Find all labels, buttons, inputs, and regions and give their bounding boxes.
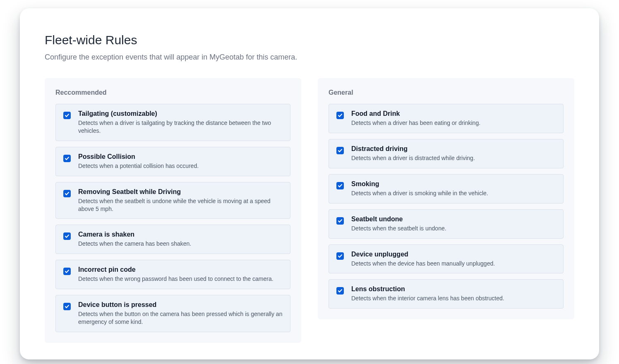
check-icon [338,113,343,118]
rule-checkbox[interactable] [336,147,344,154]
rule-title: Camera is shaken [78,231,283,238]
rule-description: Detects when the device has been manuall… [351,260,556,268]
check-icon [65,191,70,196]
rule-row[interactable]: SmokingDetects when a driver is smoking … [329,174,564,204]
rule-title: Smoking [351,180,556,188]
rule-checkbox[interactable] [336,287,344,295]
rule-title: Device button is pressed [78,301,283,309]
rule-row[interactable]: Tailgating (customizable)Detects when a … [55,104,290,141]
check-icon [65,113,70,118]
rule-checkbox[interactable] [63,112,71,119]
rule-description: Detects when the wrong password has been… [78,275,283,283]
rule-text: Device button is pressedDetects when the… [78,301,283,326]
rule-checkbox[interactable] [63,190,71,197]
rule-row[interactable]: Lens obstructionDetects when the interio… [329,279,564,309]
check-icon [65,304,70,309]
rule-text: Seatbelt undoneDetects when the seatbelt… [351,216,556,232]
rule-checkbox[interactable] [336,112,344,119]
rule-title: Food and Drink [351,110,556,117]
fleet-rules-panel: Fleet-wide Rules Configure the exception… [20,8,599,359]
check-icon [338,183,343,188]
rule-row[interactable]: Device unpluggedDetects when the device … [329,244,564,274]
rule-description: Detects when the button on the camera ha… [78,310,283,326]
rule-description: Detects when a potential collision has o… [78,162,283,170]
check-icon [338,288,343,293]
rule-title: Distracted driving [351,145,556,153]
rule-text: Lens obstructionDetects when the interio… [351,285,556,302]
section-title: Reccommended [55,89,290,96]
rule-title: Incorrect pin code [78,266,283,273]
page-title: Fleet-wide Rules [45,33,574,47]
page-subtitle: Configure the exception events that will… [45,53,574,62]
rule-checkbox[interactable] [63,232,71,240]
rule-title: Lens obstruction [351,285,556,293]
rule-description: Detects when the camera has been shaken. [78,240,283,248]
rule-text: Device unpluggedDetects when the device … [351,251,556,268]
check-icon [65,156,70,161]
check-icon [338,148,343,153]
rules-section: ReccommendedTailgating (customizable)Det… [45,78,301,343]
rule-row[interactable]: Incorrect pin codeDetects when the wrong… [55,260,290,289]
rule-text: Camera is shakenDetects when the camera … [78,231,283,248]
rule-checkbox[interactable] [63,303,71,310]
rule-description: Detects when a driver is tailgating by t… [78,119,283,135]
rule-text: Incorrect pin codeDetects when the wrong… [78,266,283,283]
rule-text: SmokingDetects when a driver is smoking … [351,180,556,197]
section-title: General [329,89,564,96]
rule-description: Detects when a driver has been eating or… [351,119,556,127]
rule-description: Detects when the seatbelt is undone. [351,225,556,232]
rule-text: Food and DrinkDetects when a driver has … [351,110,556,127]
rule-title: Device unplugged [351,251,556,258]
rule-description: Detects when the interior camera lens ha… [351,295,556,302]
rule-text: Tailgating (customizable)Detects when a … [78,110,283,135]
rule-row[interactable]: Food and DrinkDetects when a driver has … [329,104,564,133]
rule-text: Possible CollisionDetects when a potenti… [78,153,283,170]
rule-checkbox[interactable] [63,268,71,275]
rule-checkbox[interactable] [336,182,344,189]
rule-text: Distracted drivingDetects when a driver … [351,145,556,162]
rule-title: Seatbelt undone [351,216,556,223]
sections-row: ReccommendedTailgating (customizable)Det… [45,78,574,343]
rule-description: Detects when the seatbelt is undone whil… [78,197,283,213]
rule-row[interactable]: Seatbelt undoneDetects when the seatbelt… [329,209,564,239]
rule-row[interactable]: Device button is pressedDetects when the… [55,295,290,332]
check-icon [65,234,70,239]
rule-title: Removing Seatbelt while Driving [78,188,283,196]
rule-row[interactable]: Possible CollisionDetects when a potenti… [55,147,290,176]
rule-title: Possible Collision [78,153,283,160]
rule-checkbox[interactable] [336,252,344,260]
check-icon [338,218,343,223]
rule-title: Tailgating (customizable) [78,110,283,117]
rule-row[interactable]: Distracted drivingDetects when a driver … [329,139,564,168]
check-icon [65,269,70,274]
rule-row[interactable]: Removing Seatbelt while DrivingDetects w… [55,182,290,219]
check-icon [338,254,343,259]
rules-section: GeneralFood and DrinkDetects when a driv… [318,78,574,319]
rule-description: Detects when a driver is distracted whil… [351,154,556,162]
rule-description: Detects when a driver is smoking while i… [351,189,556,197]
rule-row[interactable]: Camera is shakenDetects when the camera … [55,225,290,254]
rule-checkbox[interactable] [336,217,344,225]
rule-checkbox[interactable] [63,155,71,162]
rule-text: Removing Seatbelt while DrivingDetects w… [78,188,283,213]
